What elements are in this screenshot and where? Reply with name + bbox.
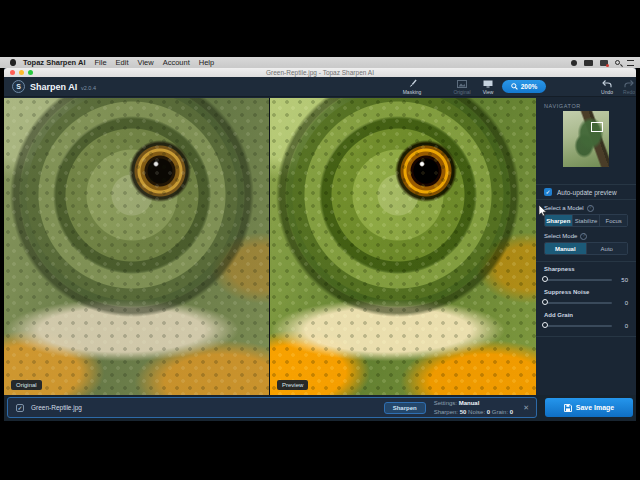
menu-view[interactable]: View <box>138 58 154 67</box>
mode-section-title-row: Select Mode ? <box>536 230 636 242</box>
divider <box>536 261 636 262</box>
undo-label: Undo <box>601 89 613 95</box>
add-grain-label: Add Grain <box>544 312 628 321</box>
menu-account[interactable]: Account <box>163 58 190 67</box>
menu-edit[interactable]: Edit <box>116 58 129 67</box>
view-button[interactable]: View <box>474 79 502 95</box>
model-option-stabilize[interactable]: Stabilize <box>572 215 600 226</box>
notification-status-icon[interactable] <box>600 60 608 66</box>
app-menu-title[interactable]: Topaz Sharpen AI <box>23 58 86 67</box>
save-image-label: Save Image <box>576 404 615 411</box>
magnifier-icon <box>511 83 518 90</box>
file-model-badge: Sharpen <box>384 402 426 414</box>
sharpness-slider-thumb[interactable] <box>542 276 548 282</box>
divider <box>536 199 636 200</box>
save-image-button[interactable]: Save Image <box>545 398 633 417</box>
original-badge: Original <box>11 380 42 390</box>
redo-arrow-icon <box>624 80 634 88</box>
navigator-thumbnail[interactable] <box>563 111 609 167</box>
original-image <box>4 98 269 396</box>
mode-section-title: Select Mode <box>544 233 577 239</box>
menu-bar: Topaz Sharpen AI File Edit View Account … <box>0 57 640 68</box>
param-noise-value: 0 <box>487 409 490 415</box>
masking-label: Masking <box>403 89 422 95</box>
app-window: Green-Reptile.jpg - Topaz Sharpen AI S S… <box>4 68 636 421</box>
spotlight-search-icon[interactable] <box>615 60 620 65</box>
mode-option-auto[interactable]: Auto <box>586 243 628 254</box>
add-grain-slider-block: Add Grain 0 <box>536 312 636 331</box>
file-checkbox[interactable]: ✓ <box>16 404 24 412</box>
notification-center-icon[interactable] <box>627 60 634 66</box>
footer-bar: ✓ Green-Reptile.jpg Sharpen Settings: Ma… <box>4 395 636 421</box>
original-view-button[interactable]: Original <box>448 79 476 95</box>
zoom-level-value: 200% <box>521 83 538 90</box>
window-titlebar[interactable]: Green-Reptile.jpg - Topaz Sharpen AI <box>4 68 636 77</box>
model-segmented-control: Sharpen Stabilize Focus <box>544 214 628 227</box>
original-view-label: Original <box>453 89 470 95</box>
mode-segmented-control: Manual Auto <box>544 242 628 255</box>
navigator-focus-rect[interactable] <box>591 122 603 132</box>
add-grain-slider[interactable] <box>544 325 612 327</box>
model-option-sharpen[interactable]: Sharpen <box>545 215 572 226</box>
settings-label: Settings: <box>434 400 457 406</box>
app-version: v2.0.4 <box>81 85 96 91</box>
app-logo-icon: S <box>12 80 25 93</box>
apple-menu-icon[interactable] <box>10 59 16 66</box>
undo-arrow-icon <box>602 80 612 88</box>
divider <box>536 336 636 337</box>
preview-image-panel[interactable]: Preview <box>269 98 536 396</box>
sharpness-slider[interactable] <box>544 279 612 281</box>
add-grain-slider-thumb[interactable] <box>542 322 548 328</box>
mode-info-icon[interactable]: ? <box>580 233 587 240</box>
original-image-panel[interactable]: Original <box>4 98 269 396</box>
status-circle-icon[interactable] <box>571 60 577 66</box>
brush-icon <box>407 79 417 88</box>
redo-button[interactable]: Redo <box>618 79 640 95</box>
redo-label: Redo <box>623 89 635 95</box>
remove-file-icon[interactable]: ✕ <box>523 404 529 412</box>
sharpness-label: Sharpness <box>544 266 628 275</box>
display-status-icon[interactable] <box>584 60 593 66</box>
save-disk-icon <box>564 404 572 412</box>
auto-update-label: Auto-update preview <box>557 189 617 196</box>
suppress-noise-slider-thumb[interactable] <box>542 299 548 305</box>
navigator-title: NAVIGATOR <box>536 103 636 109</box>
model-section-title-row: Select a Model ? <box>536 202 636 214</box>
file-name: Green-Reptile.jpg <box>31 404 82 411</box>
sharpness-slider-block: Sharpness 50 <box>536 266 636 285</box>
window-title: Green-Reptile.jpg - Topaz Sharpen AI <box>4 69 636 76</box>
menubar-status-icons <box>571 60 634 66</box>
file-row[interactable]: ✓ Green-Reptile.jpg Sharpen Settings: Ma… <box>7 397 537 418</box>
preview-badge: Preview <box>277 380 308 390</box>
sharpness-value: 50 <box>618 277 628 283</box>
suppress-noise-slider[interactable] <box>544 302 612 304</box>
settings-value: Manual <box>459 400 480 406</box>
zoom-level-button[interactable]: 200% <box>502 80 546 93</box>
undo-button[interactable]: Undo <box>596 79 618 95</box>
screen: Topaz Sharpen AI File Edit View Account … <box>0 0 640 480</box>
masking-button[interactable]: Masking <box>398 79 426 95</box>
settings-sidebar: NAVIGATOR ✓ Auto-update preview Select a… <box>536 98 636 396</box>
mouse-cursor <box>538 204 547 217</box>
suppress-noise-slider-block: Suppress Noise 0 <box>536 289 636 308</box>
viewer-area: Original Preview NAVIGATOR ✓ Auto-update… <box>4 98 636 396</box>
param-sharpen-value: 50 <box>460 409 467 415</box>
view-label: View <box>483 89 494 95</box>
param-grain-label: Grain: <box>492 409 508 415</box>
suppress-noise-label: Suppress Noise <box>544 289 628 298</box>
param-noise-label: Noise: <box>468 409 485 415</box>
param-sharpen-label: Sharpen: <box>434 409 458 415</box>
auto-update-row[interactable]: ✓ Auto-update preview <box>536 185 636 199</box>
menu-help[interactable]: Help <box>199 58 214 67</box>
model-section-title: Select a Model <box>544 205 584 211</box>
preview-image <box>270 98 536 396</box>
model-option-focus[interactable]: Focus <box>599 215 627 226</box>
mode-option-manual[interactable]: Manual <box>545 243 586 254</box>
monitor-icon <box>483 80 493 88</box>
auto-update-checkbox[interactable]: ✓ <box>544 188 552 196</box>
model-info-icon[interactable]: ? <box>587 205 594 212</box>
app-header: S Sharpen AI v2.0.4 Masking Original <box>4 77 636 97</box>
menu-file[interactable]: File <box>95 58 107 67</box>
app-name: Sharpen AI <box>30 82 77 92</box>
add-grain-value: 0 <box>618 323 628 329</box>
